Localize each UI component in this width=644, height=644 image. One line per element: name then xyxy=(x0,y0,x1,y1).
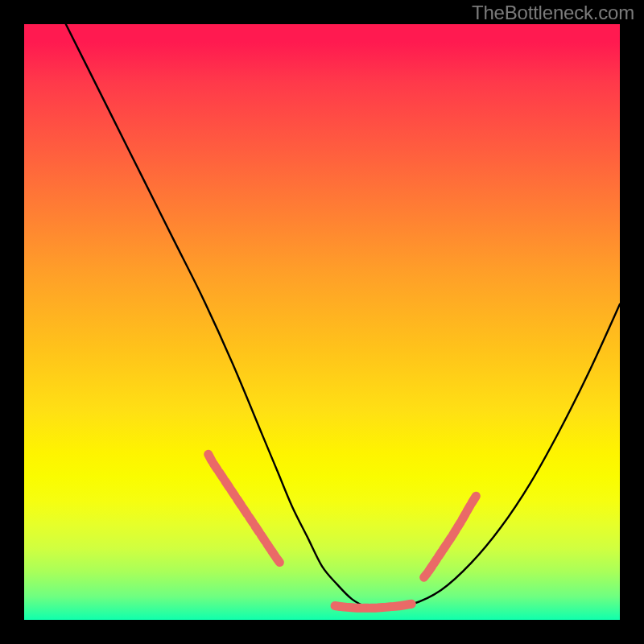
watermark-text: TheBottleneck.com xyxy=(472,3,634,23)
svg-line-12 xyxy=(276,558,279,563)
chart-frame: TheBottleneck.com xyxy=(0,0,644,644)
highlight-dots-left xyxy=(208,454,280,562)
plot-area xyxy=(24,24,620,620)
svg-line-23 xyxy=(407,604,411,605)
svg-line-34 xyxy=(472,496,476,503)
highlight-dots-bottom xyxy=(335,604,411,608)
bottleneck-curve-svg xyxy=(24,24,620,620)
bottleneck-curve xyxy=(66,24,620,608)
